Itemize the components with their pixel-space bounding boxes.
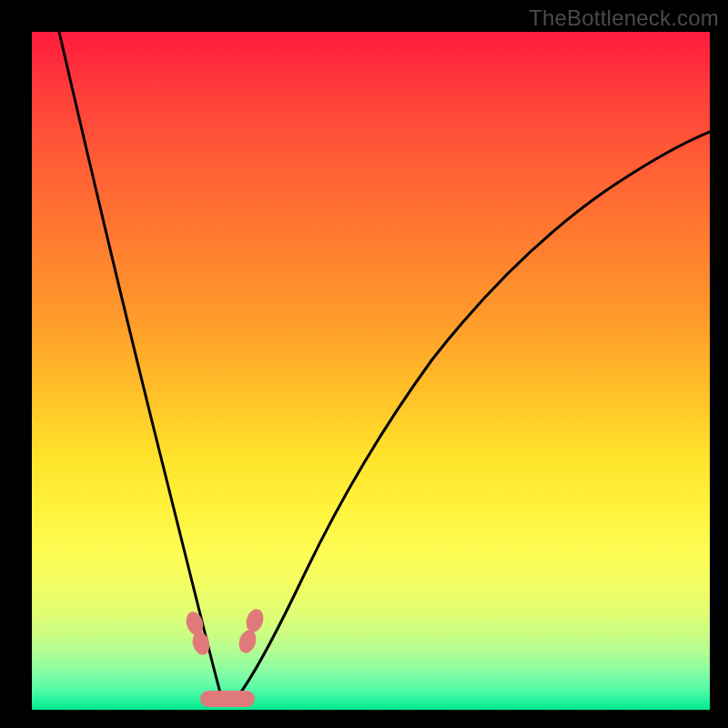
blob-right-lower <box>236 628 258 655</box>
curve-layer <box>32 32 710 710</box>
plot-area <box>32 32 710 710</box>
curve-left-branch <box>59 32 221 696</box>
blob-right-upper <box>243 607 266 634</box>
blob-bottom <box>200 691 255 707</box>
curve-right-branch <box>237 132 710 698</box>
watermark-text: TheBottleneck.com <box>529 5 719 31</box>
chart-frame: TheBottleneck.com <box>0 0 728 728</box>
